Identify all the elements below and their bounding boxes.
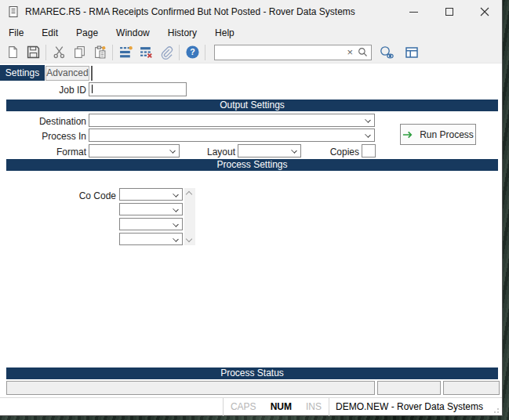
tab-divider: [91, 66, 93, 81]
menu-bar: File Edit Page Window History Help: [0, 24, 502, 42]
layout-icon: [405, 45, 419, 60]
search-icon[interactable]: [356, 47, 371, 57]
window-controls: [396, 0, 502, 24]
toolbar-separator: [112, 45, 113, 60]
menu-history[interactable]: History: [161, 25, 204, 41]
insert-rows-icon: [119, 45, 133, 59]
find-view-button[interactable]: [376, 43, 397, 62]
toolbar: ? ×: [0, 42, 502, 63]
find-view-icon: [379, 45, 394, 60]
tab-settings[interactable]: Settings: [0, 65, 45, 81]
toolbar-separator: [205, 45, 205, 60]
new-document-icon: [6, 45, 20, 59]
svg-text:?: ?: [190, 47, 195, 56]
menu-edit[interactable]: Edit: [35, 25, 65, 41]
job-id-label: Job ID: [31, 85, 86, 96]
save-button[interactable]: [23, 43, 43, 62]
co-code-scrollbar[interactable]: [184, 188, 195, 245]
chevron-down-icon: [365, 117, 371, 123]
menu-help[interactable]: Help: [208, 25, 242, 41]
process-status-field: [6, 381, 375, 395]
delete-rows-icon: [140, 45, 153, 59]
process-settings-header: Process Settings: [6, 159, 498, 171]
search-input[interactable]: [215, 46, 344, 59]
text-caret: [92, 85, 93, 93]
format-select[interactable]: [89, 144, 180, 158]
menu-window[interactable]: Window: [109, 25, 157, 41]
chevron-down-icon: [173, 206, 179, 212]
save-icon: [27, 45, 40, 59]
chevron-down-icon: [169, 147, 176, 154]
co-code-select-3[interactable]: [119, 218, 183, 230]
attach-button[interactable]: [156, 43, 176, 62]
menu-page[interactable]: Page: [69, 25, 105, 41]
co-code-label: Co Code: [61, 190, 116, 201]
job-id-input[interactable]: [89, 82, 187, 96]
co-code-select-1[interactable]: [119, 188, 183, 201]
layout-label: Layout: [191, 147, 235, 158]
maximize-icon: [445, 8, 453, 16]
search-box: ×: [214, 45, 372, 60]
maximize-button[interactable]: [431, 0, 467, 24]
paste-button[interactable]: [89, 43, 110, 62]
co-code-select-2[interactable]: [119, 203, 183, 215]
chevron-down-icon: [365, 132, 371, 138]
minimize-button[interactable]: [396, 0, 431, 24]
help-icon: ?: [186, 45, 199, 59]
scroll-up-icon[interactable]: [187, 190, 192, 195]
menu-file[interactable]: File: [2, 25, 31, 41]
title-bar: RMAREC.R5 - RMA Receipts Confirmed But N…: [0, 0, 502, 24]
copy-button[interactable]: [69, 43, 89, 62]
cut-button[interactable]: [49, 43, 69, 62]
caps-indicator: CAPS: [224, 401, 264, 412]
destination-label: Destination: [16, 116, 86, 127]
process-status-field: [377, 381, 441, 395]
process-in-label: Process In: [16, 131, 86, 142]
chevron-down-icon: [173, 236, 179, 242]
output-settings-header: Output Settings: [6, 100, 498, 111]
app-window: RMAREC.R5 - RMA Receipts Confirmed But N…: [0, 0, 503, 416]
help-button[interactable]: ?: [182, 43, 202, 62]
attach-icon: [159, 45, 173, 60]
copies-label: Copies: [307, 147, 359, 158]
run-arrow-icon: [402, 130, 414, 139]
close-icon: [480, 7, 489, 16]
process-status-header: Process Status: [6, 368, 498, 379]
chevron-down-icon: [291, 147, 297, 154]
close-button[interactable]: [467, 0, 502, 24]
tab-advanced[interactable]: Advanced: [45, 66, 89, 81]
copies-input[interactable]: [362, 144, 376, 158]
scroll-down-icon[interactable]: [187, 237, 192, 242]
chevron-down-icon: [173, 221, 179, 227]
window-title: RMAREC.R5 - RMA Receipts Confirmed But N…: [25, 6, 355, 17]
minimize-icon: [409, 12, 418, 13]
chevron-down-icon: [173, 191, 179, 197]
layout-button[interactable]: [402, 43, 422, 62]
resize-grip[interactable]: [489, 398, 502, 416]
format-label: Format: [31, 147, 86, 158]
layout-select[interactable]: [238, 144, 301, 158]
run-process-button[interactable]: Run Process: [400, 124, 476, 145]
copy-icon: [73, 45, 86, 59]
delete-rows-button[interactable]: [136, 43, 156, 62]
num-indicator: NUM: [264, 401, 299, 412]
destination-select[interactable]: [89, 114, 375, 127]
app-document-icon: [7, 5, 20, 18]
run-process-label: Run Process: [420, 129, 474, 140]
toolbar-separator: [45, 45, 46, 60]
search-clear-icon[interactable]: ×: [344, 45, 356, 60]
insert-rows-button[interactable]: [115, 43, 136, 62]
cut-icon: [53, 45, 66, 59]
process-status-field: [443, 381, 500, 395]
toolbar-separator: [179, 45, 180, 60]
status-bar: CAPS NUM INS DEMO.NEW - Rover Data Syste…: [0, 397, 502, 415]
new-document-button[interactable]: [2, 43, 23, 62]
paste-icon: [93, 45, 107, 59]
co-code-select-4[interactable]: [119, 233, 183, 245]
connection-status: DEMO.NEW - Rover Data Systems: [329, 401, 489, 412]
ins-indicator: INS: [299, 401, 329, 412]
process-in-select[interactable]: [89, 129, 375, 142]
